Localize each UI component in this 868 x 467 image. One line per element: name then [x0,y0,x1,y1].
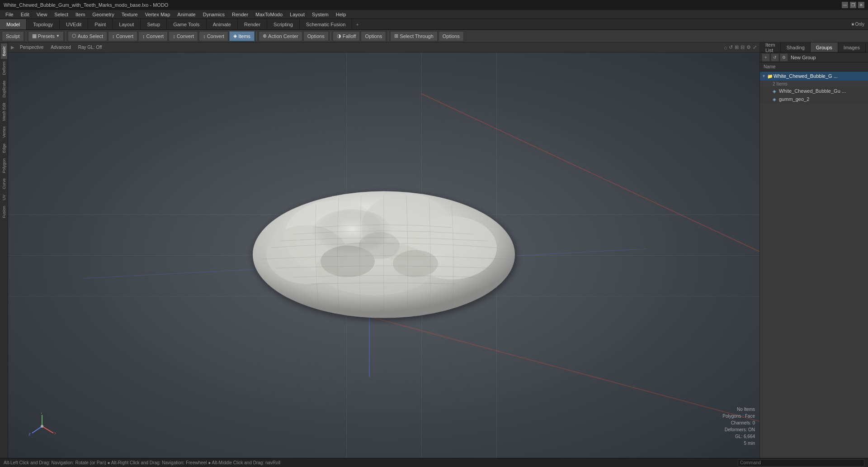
rp-tab-images[interactable]: Images [838,43,866,52]
convert2-button[interactable]: ↕ Convert [138,31,168,41]
convert4-label: Convert [207,33,225,39]
command-input[interactable] [738,459,864,467]
minimize-button[interactable]: — [842,2,848,8]
toolbar-separator-3 [256,32,257,41]
items-button[interactable]: ◈ Items [229,31,255,41]
convert1-button[interactable]: ↕ Convert [108,31,137,41]
sidebar-tab-edge[interactable]: Edge [1,141,7,156]
sidebar-tab-basic[interactable]: Basic [1,43,7,59]
rp-tab-itemlist[interactable]: Item List [760,43,781,52]
options1-button[interactable]: Options [303,31,329,41]
mode-tabs: Model Topology UVEdit Paint Layout Setup… [0,19,868,30]
svg-point-17 [41,425,43,428]
viewport-perspective-btn[interactable]: Perspective [18,44,45,50]
groups-tree[interactable]: ▼ 📁 White_Chewed_Bubble_G ... 2 Items ◈ … [760,71,868,458]
window-title: White_Chewed_Bubble_Gum_with_Teeth_Marks… [4,2,842,8]
toolbar-separator-4 [330,32,331,41]
sidebar-tab-uv[interactable]: UV [1,192,7,203]
viewport-canvas[interactable]: X Y Z No Items Polygons : Face Channels:… [8,52,760,458]
toolbar-separator-5 [388,32,388,41]
sculpt-button[interactable]: Sculpt [2,31,24,41]
sidebar-tab-deform[interactable]: Deform [1,59,7,78]
svg-point-10 [311,210,393,259]
rp-settings-button[interactable]: ⚙ [780,53,788,62]
action-center-label: Action Center [268,33,298,39]
convert1-icon: ↕ [112,33,115,39]
viewport-maximize-icon[interactable]: ⤢ [753,44,757,50]
menu-item[interactable]: Item [72,11,89,18]
tab-model[interactable]: Model [0,19,27,29]
select-through-button[interactable]: ⊞ Select Through [390,31,437,41]
polygons-label: Polygons : Face [722,413,755,419]
menu-vertexmap[interactable]: Vertex Map [142,11,174,18]
menu-select[interactable]: Select [51,11,72,18]
menu-render[interactable]: Render [228,11,252,18]
info-overlay: No Items Polygons : Face Channels: 0 Def… [722,406,755,447]
sidebar-tab-curve[interactable]: Curve [1,176,7,192]
tab-paint[interactable]: Paint [88,19,113,29]
viewport-fit-icon[interactable]: ⊞ [735,44,739,50]
sidebar-tab-meshedit[interactable]: Mesh Edit [1,100,7,124]
options3-button[interactable]: Options [439,31,464,41]
action-center-button[interactable]: ⊕ Action Center [259,31,302,41]
menu-dynamics[interactable]: Dynamics [199,11,228,18]
menu-layout[interactable]: Layout [286,11,308,18]
viewport-home-icon[interactable]: ⌂ [724,45,727,50]
name-column-label: Name [764,64,776,69]
tab-uvedit[interactable]: UVEdit [60,19,88,29]
svg-text:X: X [54,431,56,435]
mesh-icon: ◈ [773,97,779,102]
tab-layout[interactable]: Layout [113,19,141,29]
convert4-button[interactable]: ↕ Convert [199,31,228,41]
right-panel-toolbar: + ↺ ⚙ New Group [760,52,868,62]
options2-button[interactable]: Options [361,31,386,41]
tab-topology[interactable]: Topology [27,19,60,29]
menu-view[interactable]: View [33,11,51,18]
maximize-button[interactable]: ❐ [850,2,856,8]
presets-button[interactable]: ▦ Presets ▼ [28,31,64,41]
viewport-expand-icon[interactable]: ▶ [11,45,14,50]
viewport-sync-icon[interactable]: ↺ [729,44,733,50]
viewport-header: ▶ Perspective Advanced Ray GL: Off ⌂ ↺ ⊞… [8,43,760,52]
tree-item-child1[interactable]: ◈ White_Chewed_Bubble_Gu ... [760,87,868,95]
menu-edit[interactable]: Edit [17,11,33,18]
menu-system[interactable]: System [308,11,332,18]
sidebar-tab-duplicate[interactable]: Duplicate [1,78,7,100]
rp-new-button[interactable]: + [762,53,770,62]
menu-help[interactable]: Help [332,11,350,18]
viewport-raygl-btn[interactable]: Ray GL: Off [76,44,104,50]
rp-refresh-button[interactable]: ↺ [771,53,779,62]
sidebar-tab-polygon[interactable]: Polygon [1,156,7,176]
tab-animate[interactable]: Animate [207,19,238,29]
viewport-settings-icon[interactable]: ⚙ [746,44,751,50]
star-label: ★ Only [847,19,868,29]
add-tab-button[interactable]: + [352,19,362,29]
close-button[interactable]: ✕ [858,2,864,8]
menu-texture[interactable]: Texture [118,11,142,18]
tab-setup[interactable]: Setup [141,19,167,29]
right-panel-close-button[interactable]: ✕ [866,43,868,52]
menu-animate[interactable]: Animate [174,11,199,18]
auto-select-button[interactable]: ⬡ Auto Select [68,31,107,41]
tab-render[interactable]: Render [238,19,267,29]
tab-schematic[interactable]: Schematic Fusion [300,19,352,29]
menu-file[interactable]: File [2,11,17,18]
rp-tab-shading[interactable]: Shading [781,43,810,52]
falloff-button[interactable]: ◑ Falloff [333,31,360,41]
tree-item-root[interactable]: ▼ 📁 White_Chewed_Bubble_G ... [760,71,868,81]
viewport-grid-icon[interactable]: ⊟ [741,44,745,50]
tree-item-child2[interactable]: ◈ gumm_geo_2 [760,95,868,103]
rp-tab-groups[interactable]: Groups [811,43,838,52]
menu-geometry[interactable]: Geometry [89,11,118,18]
viewport-shading-btn[interactable]: Advanced [49,44,72,50]
sidebar-tab-vertex[interactable]: Vertex [1,124,7,141]
convert3-label: Convert [177,33,194,39]
tab-scripting[interactable]: Scripting [267,19,300,29]
child1-label: White_Chewed_Bubble_Gu ... [779,88,866,94]
expand-icon[interactable]: ▼ [762,74,767,78]
sidebar-tab-fusion[interactable]: Fusion [1,203,7,221]
convert3-button[interactable]: ↕ Convert [169,31,198,41]
channels-label: Channels: 0 [722,419,755,426]
menu-maxtomodo[interactable]: MaxToModo [252,11,286,18]
tab-gametools[interactable]: Game Tools [167,19,207,29]
